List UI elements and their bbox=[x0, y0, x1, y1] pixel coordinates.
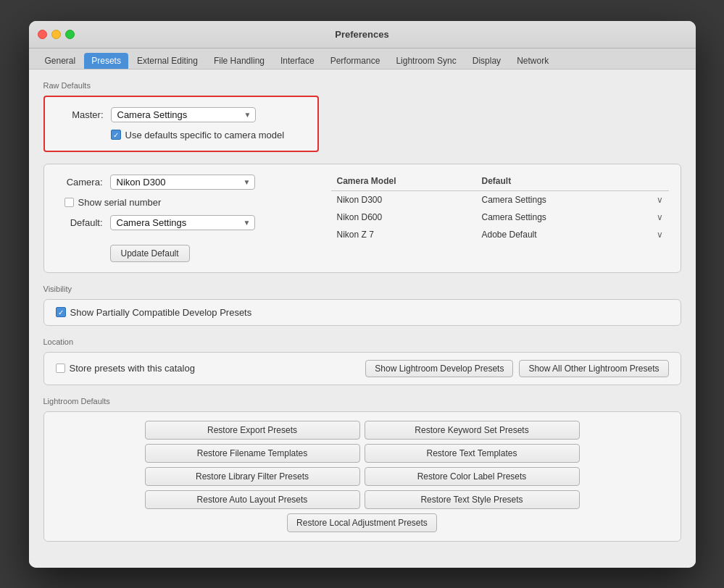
tab-display[interactable]: Display bbox=[465, 53, 508, 69]
col-camera-model: Camera Model bbox=[331, 175, 476, 191]
restore-keyword-set-presets-button[interactable]: Restore Keyword Set Presets bbox=[365, 421, 580, 440]
main-content: Raw Defaults Master: Camera Settings Ado… bbox=[29, 70, 696, 568]
traffic-lights bbox=[38, 30, 75, 39]
camera-default-cell: Camera Settings bbox=[476, 190, 632, 209]
location-buttons: Show Lightroom Develop Presets Show All … bbox=[365, 360, 668, 377]
show-all-other-presets-button[interactable]: Show All Other Lightroom Presets bbox=[519, 360, 668, 377]
store-presets-row: Store presets with this catalog bbox=[56, 363, 195, 374]
tab-bar: General Presets External Editing File Ha… bbox=[29, 49, 696, 70]
show-serial-label: Show serial number bbox=[78, 197, 162, 208]
tab-general[interactable]: General bbox=[38, 53, 83, 69]
tab-external-editing[interactable]: External Editing bbox=[130, 53, 205, 69]
camera-model-cell: Nikon Z 7 bbox=[331, 226, 476, 243]
default-select[interactable]: Camera Settings Adobe Default bbox=[110, 215, 255, 230]
restore-auto-layout-presets-button[interactable]: Restore Auto Layout Presets bbox=[145, 490, 360, 509]
show-develop-presets-button[interactable]: Show Lightroom Develop Presets bbox=[365, 360, 513, 377]
camera-default-cell: Adobe Default bbox=[476, 226, 632, 243]
camera-select[interactable]: Nikon D300 Nikon D600 Nikon Z 7 bbox=[110, 175, 255, 190]
table-row: Nikon D600 Camera Settings ∨ bbox=[331, 209, 669, 226]
lightroom-defaults-box: Restore Export Presets Restore Keyword S… bbox=[43, 411, 681, 542]
restore-library-filter-presets-button[interactable]: Restore Library Filter Presets bbox=[145, 467, 360, 486]
camera-action-cell: ∨ bbox=[631, 226, 668, 243]
col-actions bbox=[631, 175, 668, 191]
raw-defaults-section: Raw Defaults Master: Camera Settings Ado… bbox=[43, 81, 681, 152]
camera-default-cell: Camera Settings bbox=[476, 209, 632, 226]
tab-performance[interactable]: Performance bbox=[323, 53, 388, 69]
location-label: Location bbox=[43, 337, 681, 346]
raw-defaults-label: Raw Defaults bbox=[43, 81, 681, 90]
store-presets-label: Store presets with this catalog bbox=[70, 363, 195, 374]
camera-table: Camera Model Default Nikon D300 Camera S… bbox=[331, 175, 669, 243]
lightroom-defaults-label: Lightroom Defaults bbox=[43, 397, 681, 406]
camera-left: Camera: Nikon D300 Nikon D600 Nikon Z 7 … bbox=[56, 175, 317, 262]
maximize-button[interactable] bbox=[65, 30, 75, 39]
tab-presets[interactable]: Presets bbox=[84, 53, 128, 69]
show-serial-checkbox[interactable] bbox=[65, 198, 74, 207]
camera-label: Camera: bbox=[56, 177, 103, 188]
camera-select-wrapper: Nikon D300 Nikon D600 Nikon Z 7 ▼ bbox=[110, 175, 255, 190]
master-select[interactable]: Camera Settings Adobe Default bbox=[111, 107, 256, 122]
table-row: Nikon D300 Camera Settings ∨ bbox=[331, 190, 669, 209]
camera-model-cell: Nikon D600 bbox=[331, 209, 476, 226]
camera-row: Camera: Nikon D300 Nikon D600 Nikon Z 7 … bbox=[56, 175, 317, 190]
window-title: Preferences bbox=[335, 29, 388, 40]
minimize-button[interactable] bbox=[51, 30, 61, 39]
restore-text-templates-button[interactable]: Restore Text Templates bbox=[365, 444, 580, 463]
tab-lightroom-sync[interactable]: Lightroom Sync bbox=[388, 53, 463, 69]
preferences-window: Preferences General Presets External Edi… bbox=[29, 21, 696, 568]
camera-section-box: Camera: Nikon D300 Nikon D600 Nikon Z 7 … bbox=[43, 164, 681, 273]
tab-interface[interactable]: Interface bbox=[273, 53, 322, 69]
titlebar: Preferences bbox=[29, 21, 696, 49]
camera-section: Camera: Nikon D300 Nikon D600 Nikon Z 7 … bbox=[43, 164, 681, 273]
restore-color-label-presets-button[interactable]: Restore Color Label Presets bbox=[365, 467, 580, 486]
master-row: Master: Camera Settings Adobe Default ▼ bbox=[57, 107, 306, 122]
default-label: Default: bbox=[56, 217, 103, 228]
table-row: Nikon Z 7 Adobe Default ∨ bbox=[331, 226, 669, 243]
update-default-button[interactable]: Update Default bbox=[110, 245, 190, 262]
use-defaults-row: ✓ Use defaults specific to camera model bbox=[111, 130, 306, 140]
visibility-box: ✓ Show Partially Compatible Develop Pres… bbox=[43, 299, 681, 326]
restore-local-adjustment-presets-button[interactable]: Restore Local Adjustment Presets bbox=[287, 513, 437, 532]
use-defaults-checkbox[interactable]: ✓ bbox=[111, 130, 121, 140]
tab-network[interactable]: Network bbox=[509, 53, 556, 69]
visibility-row: ✓ Show Partially Compatible Develop Pres… bbox=[56, 307, 669, 318]
show-serial-row: Show serial number bbox=[65, 197, 317, 208]
camera-action-cell: ∨ bbox=[631, 190, 668, 209]
location-section: Location Store presets with this catalog… bbox=[43, 337, 681, 385]
restore-export-presets-button[interactable]: Restore Export Presets bbox=[145, 421, 360, 440]
use-defaults-label: Use defaults specific to camera model bbox=[125, 130, 285, 140]
lightroom-defaults-section: Lightroom Defaults Restore Export Preset… bbox=[43, 397, 681, 542]
col-default: Default bbox=[476, 175, 632, 191]
visibility-section: Visibility ✓ Show Partially Compatible D… bbox=[43, 285, 681, 326]
master-select-wrapper: Camera Settings Adobe Default ▼ bbox=[111, 107, 256, 122]
camera-action-cell: ∨ bbox=[631, 209, 668, 226]
camera-right: Camera Model Default Nikon D300 Camera S… bbox=[331, 175, 669, 262]
master-label: Master: bbox=[57, 109, 104, 120]
show-partially-compatible-label: Show Partially Compatible Develop Preset… bbox=[70, 307, 252, 318]
location-row: Store presets with this catalog Show Lig… bbox=[56, 360, 669, 377]
restore-filename-templates-button[interactable]: Restore Filename Templates bbox=[145, 444, 360, 463]
camera-model-cell: Nikon D300 bbox=[331, 190, 476, 209]
visibility-label: Visibility bbox=[43, 285, 681, 293]
show-partially-compatible-checkbox[interactable]: ✓ bbox=[56, 307, 66, 317]
close-button[interactable] bbox=[38, 30, 47, 39]
tab-file-handling[interactable]: File Handling bbox=[207, 53, 272, 69]
location-box: Store presets with this catalog Show Lig… bbox=[43, 352, 681, 385]
restore-buttons-grid: Restore Export Presets Restore Keyword S… bbox=[145, 421, 580, 509]
restore-text-style-presets-button[interactable]: Restore Text Style Presets bbox=[365, 490, 580, 509]
default-row: Default: Camera Settings Adobe Default ▼ bbox=[56, 215, 317, 230]
default-select-wrapper: Camera Settings Adobe Default ▼ bbox=[110, 215, 255, 230]
raw-defaults-box: Master: Camera Settings Adobe Default ▼ … bbox=[43, 96, 319, 152]
store-presets-checkbox[interactable] bbox=[56, 364, 65, 373]
